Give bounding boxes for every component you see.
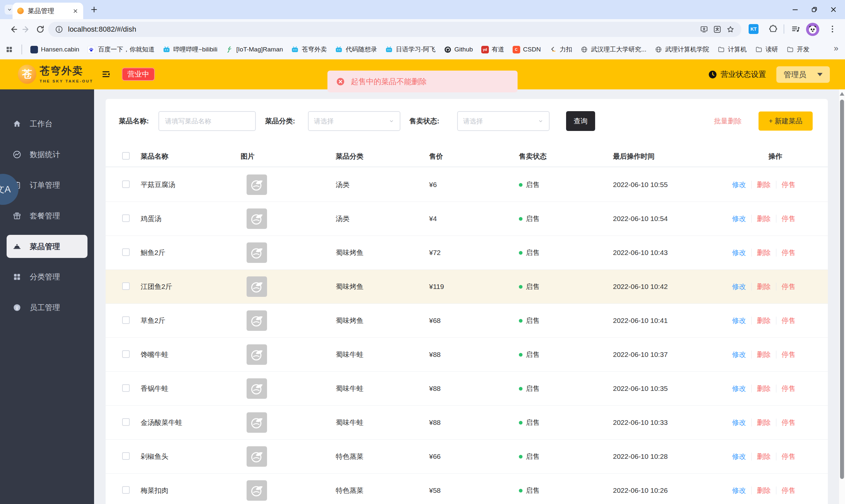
business-status-setting-button[interactable]: 营业状态设置 bbox=[708, 69, 766, 79]
search-button[interactable]: 查询 bbox=[566, 111, 595, 131]
delete-link[interactable]: 删除 bbox=[757, 350, 771, 359]
tab-close-icon[interactable] bbox=[72, 8, 78, 14]
edit-link[interactable]: 修改 bbox=[732, 180, 746, 189]
stop-sale-link[interactable]: 停售 bbox=[781, 248, 795, 257]
sale-status-select[interactable]: 请选择 bbox=[457, 111, 550, 131]
edit-link[interactable]: 修改 bbox=[732, 316, 746, 325]
bookmark-baidu[interactable]: 百度一下，你就知道 bbox=[87, 45, 155, 54]
row-checkbox[interactable] bbox=[122, 214, 130, 222]
edit-link[interactable]: 修改 bbox=[732, 214, 746, 223]
scrollbar-up-arrow-icon[interactable] bbox=[840, 92, 844, 96]
delete-link[interactable]: 删除 bbox=[757, 316, 771, 325]
back-button[interactable] bbox=[8, 25, 18, 34]
batch-delete-link[interactable]: 批量删除 bbox=[714, 111, 742, 131]
select-all-checkbox[interactable] bbox=[122, 152, 130, 160]
bookmark-folder-computer[interactable]: 计算机 bbox=[717, 45, 746, 54]
sidebar-item-statistics[interactable]: 数据统计 bbox=[0, 139, 94, 170]
row-checkbox[interactable] bbox=[122, 384, 130, 392]
browser-tab[interactable]: 菜品管理 bbox=[13, 3, 83, 19]
sidebar-item-dishes[interactable]: 菜品管理 bbox=[6, 235, 87, 258]
address-bar[interactable]: localhost:8082/#/dish bbox=[48, 22, 741, 37]
page-scrollbar[interactable] bbox=[839, 89, 845, 504]
sidebar-item-categories[interactable]: 分类管理 bbox=[0, 262, 94, 292]
category-filter-label: 菜品分类: bbox=[265, 111, 295, 131]
profile-avatar[interactable] bbox=[806, 23, 819, 36]
row-checkbox[interactable] bbox=[122, 316, 130, 324]
window-minimize-button[interactable] bbox=[786, 0, 805, 19]
delete-link[interactable]: 删除 bbox=[757, 384, 771, 393]
row-checkbox[interactable] bbox=[122, 248, 130, 256]
new-dish-button[interactable]: + 新建菜品 bbox=[758, 111, 813, 131]
extensions-puzzle-icon[interactable] bbox=[769, 24, 778, 33]
status-dot-icon bbox=[519, 285, 523, 289]
stop-sale-link[interactable]: 停售 bbox=[781, 316, 795, 325]
bookmark-whut-research[interactable]: 武汉理工大学研究... bbox=[580, 45, 646, 54]
category-select[interactable]: 请选择 bbox=[308, 111, 400, 131]
delete-link[interactable]: 删除 bbox=[757, 248, 771, 257]
kt-extension-icon[interactable]: KT bbox=[749, 24, 758, 34]
edit-link[interactable]: 修改 bbox=[732, 384, 746, 393]
browser-menu-icon[interactable] bbox=[828, 24, 837, 34]
sidebar-item-employees[interactable]: 员工管理 bbox=[0, 292, 94, 323]
row-checkbox[interactable] bbox=[122, 452, 130, 460]
stop-sale-link[interactable]: 停售 bbox=[781, 418, 795, 427]
bookmark-folder-gradstudy[interactable]: 读研 bbox=[755, 45, 778, 54]
apps-grid-icon[interactable] bbox=[5, 46, 13, 53]
window-close-button[interactable] bbox=[824, 0, 843, 19]
media-playlist-icon[interactable] bbox=[791, 24, 801, 34]
bookmarks-overflow-chevron[interactable]: » bbox=[834, 43, 839, 53]
bookmark-bilibili[interactable]: 哔哩哔哩~bilibili bbox=[163, 45, 217, 54]
stop-sale-link[interactable]: 停售 bbox=[781, 180, 795, 189]
dish-status-cell: 启售 bbox=[519, 486, 613, 495]
bookmark-csdn[interactable]: CCSDN bbox=[513, 46, 541, 53]
stop-sale-link[interactable]: 停售 bbox=[781, 282, 795, 291]
forward-button[interactable] bbox=[22, 25, 31, 34]
stop-sale-link[interactable]: 停售 bbox=[781, 350, 795, 359]
sidebar-item-workbench[interactable]: 工作台 bbox=[0, 109, 94, 139]
bookmark-star-icon[interactable] bbox=[726, 25, 735, 34]
install-app-icon[interactable] bbox=[700, 25, 708, 34]
bookmark-github[interactable]: Github bbox=[444, 46, 473, 53]
translate-icon[interactable] bbox=[713, 25, 722, 34]
edit-link[interactable]: 修改 bbox=[732, 452, 746, 461]
edit-link[interactable]: 修改 bbox=[732, 418, 746, 427]
delete-link[interactable]: 删除 bbox=[757, 282, 771, 291]
admin-dropdown[interactable]: 管理员 bbox=[776, 66, 830, 83]
github-icon bbox=[444, 46, 452, 53]
bookmark-leetcode[interactable]: 力扣 bbox=[549, 45, 572, 54]
edit-link[interactable]: 修改 bbox=[732, 350, 746, 359]
bookmark-iot-mag-raman[interactable]: [IoT-Mag]Raman bbox=[226, 46, 283, 53]
bookmark-folder-dev[interactable]: 开发 bbox=[786, 45, 809, 54]
row-checkbox[interactable] bbox=[122, 282, 130, 290]
row-checkbox[interactable] bbox=[122, 486, 130, 494]
dish-name-input[interactable] bbox=[158, 111, 256, 131]
stop-sale-link[interactable]: 停售 bbox=[781, 452, 795, 461]
bookmark-cs-school[interactable]: 武理计算机学院 bbox=[654, 45, 709, 54]
bookmark-sky-takeout[interactable]: 苍穹外卖 bbox=[291, 45, 327, 54]
new-tab-button[interactable] bbox=[90, 5, 99, 14]
row-checkbox[interactable] bbox=[122, 180, 130, 188]
bookmark-code-notes[interactable]: 代码随想录 bbox=[335, 45, 377, 54]
delete-link[interactable]: 删除 bbox=[757, 214, 771, 223]
bookmark-japanese-study[interactable]: 日语学习-阿飞 bbox=[385, 45, 435, 54]
delete-link[interactable]: 删除 bbox=[757, 180, 771, 189]
stop-sale-link[interactable]: 停售 bbox=[781, 214, 795, 223]
reload-button[interactable] bbox=[36, 25, 45, 34]
row-checkbox[interactable] bbox=[122, 418, 130, 426]
window-restore-button[interactable] bbox=[805, 0, 824, 19]
edit-link[interactable]: 修改 bbox=[732, 486, 746, 495]
sidebar-fold-icon[interactable] bbox=[101, 70, 111, 79]
delete-link[interactable]: 删除 bbox=[757, 486, 771, 495]
row-checkbox[interactable] bbox=[122, 350, 130, 358]
sidebar-item-combo[interactable]: 套餐管理 bbox=[0, 200, 94, 231]
edit-link[interactable]: 修改 bbox=[732, 248, 746, 257]
bookmark-hansen-cabin[interactable]: Hansen.cabin bbox=[30, 46, 79, 53]
delete-link[interactable]: 删除 bbox=[757, 452, 771, 461]
site-info-icon[interactable] bbox=[55, 25, 64, 34]
edit-link[interactable]: 修改 bbox=[732, 282, 746, 291]
scrollbar-thumb[interactable] bbox=[840, 100, 844, 479]
bookmark-youdao[interactable]: yd有道 bbox=[481, 45, 504, 54]
delete-link[interactable]: 删除 bbox=[757, 418, 771, 427]
stop-sale-link[interactable]: 停售 bbox=[781, 384, 795, 393]
stop-sale-link[interactable]: 停售 bbox=[781, 486, 795, 495]
